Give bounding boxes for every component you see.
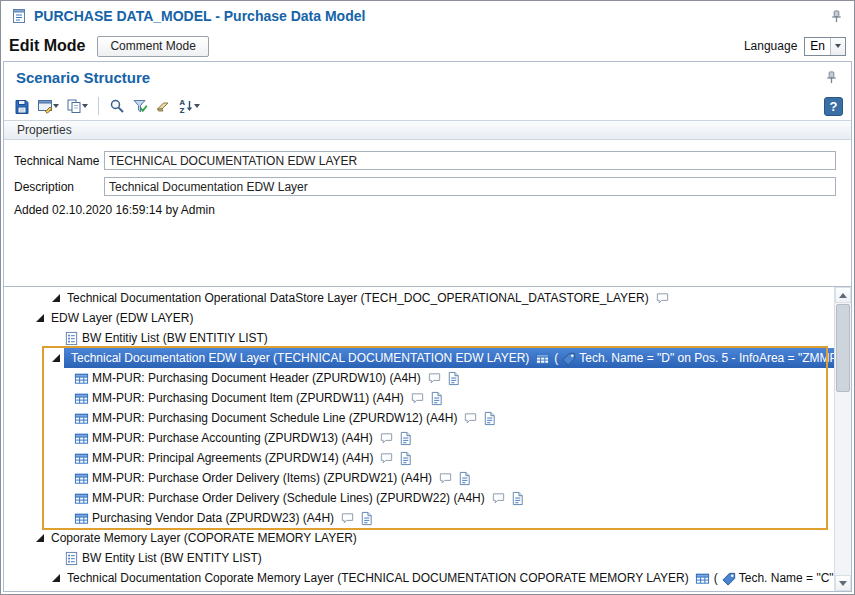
comment-icon[interactable] — [655, 291, 670, 306]
table-icon — [74, 471, 89, 486]
sort-button[interactable] — [176, 95, 202, 117]
annotation-text: Tech. Name = "D" on Pos. 5 - InfoArea = … — [579, 351, 834, 365]
edit-mode-label: Edit Mode — [9, 37, 85, 55]
tree-row[interactable]: MM-PUR: Purchasing Document Schedule Lin… — [4, 408, 834, 428]
comment-icon[interactable] — [438, 471, 453, 486]
scroll-track[interactable] — [835, 393, 851, 575]
expander-icon[interactable] — [32, 314, 48, 322]
tag-icon — [562, 351, 577, 366]
tree-item-label: MM-PUR: Purchasing Document Header (ZPUR… — [92, 371, 421, 385]
edit-form-icon — [37, 98, 53, 114]
tree-row[interactable]: Technical Documentation Coporate Memory … — [4, 568, 834, 588]
eraser-button[interactable] — [153, 95, 173, 117]
comment-icon[interactable] — [379, 451, 394, 466]
table-icon — [74, 591, 89, 592]
tree-row[interactable]: Technical Documentation Operational Data… — [4, 288, 834, 308]
tree-item-label: MM-PUR: Purchasing Document Item (ZPURDW… — [92, 391, 404, 405]
arrow-up-icon — [839, 293, 847, 298]
vertical-scrollbar[interactable] — [834, 287, 851, 591]
chevron-down-icon[interactable] — [82, 104, 88, 108]
document-icon[interactable] — [398, 431, 413, 446]
scroll-down-button[interactable] — [835, 575, 851, 591]
tree-row[interactable]: MM-PUR: Purchasing Document Item (ZPURDW… — [4, 388, 834, 408]
zoom-button[interactable] — [107, 95, 127, 117]
scenario-structure-panel: Scenario Structure ? Properties Technica… — [3, 61, 852, 592]
arrow-down-icon — [839, 581, 847, 586]
comment-icon[interactable] — [463, 411, 478, 426]
tree-row[interactable]: Coporate Memory Layer (COPORATE MEMORY L… — [4, 528, 834, 548]
tree-row[interactable]: MM-PUR: Principal Agreements (ZPURDW14) … — [4, 448, 834, 468]
tree-row[interactable]: BW Entitiy List (BW ENTITIY LIST) — [4, 328, 834, 348]
tree-row[interactable]: EDW Layer (EDW LAYER) — [4, 308, 834, 328]
copy-button[interactable] — [64, 95, 90, 117]
description-input[interactable] — [104, 177, 836, 196]
chevron-down-icon[interactable] — [194, 104, 200, 108]
edit-form-button[interactable] — [35, 95, 61, 117]
tag-icon — [722, 571, 737, 586]
expander-icon[interactable] — [48, 294, 64, 302]
tree-row[interactable]: MM-PUR: Purchase Order Delivery (Schedul… — [4, 488, 834, 508]
chevron-down-icon[interactable] — [53, 104, 59, 108]
language-select[interactable]: En — [804, 37, 846, 56]
comment-mode-button[interactable]: Comment Mode — [97, 36, 208, 57]
technical-name-input[interactable] — [104, 151, 836, 170]
document-icon[interactable] — [446, 371, 461, 386]
tree-row-selected[interactable]: Technical Documentation EDW Layer (TECHN… — [4, 348, 834, 368]
comment-icon[interactable] — [410, 391, 425, 406]
language-label: Language — [744, 39, 797, 53]
selection-highlight: Technical Documentation EDW Layer (TECHN… — [64, 348, 834, 368]
comment-icon[interactable] — [379, 431, 394, 446]
tree-row[interactable]: MM-PUR: Purchase Accounting (ZPURDW13) (… — [4, 428, 834, 448]
toolbar: ? — [4, 92, 851, 120]
sort-az-icon — [178, 98, 194, 114]
table-icon — [74, 391, 89, 406]
pin-icon[interactable] — [829, 9, 844, 24]
document-icon[interactable] — [429, 391, 444, 406]
filter-button[interactable] — [130, 95, 150, 117]
comment-icon[interactable] — [427, 371, 442, 386]
tree-row[interactable]: MM-PUR: Purchase Order Delivery (Items) … — [4, 468, 834, 488]
document-icon[interactable] — [359, 511, 374, 526]
comment-icon[interactable] — [340, 511, 355, 526]
tree-row[interactable]: Purchasing Vendor Data (ZPURDW23) (A4H) — [4, 508, 834, 528]
tree-item-label: Technical Documentation Operational Data… — [67, 291, 649, 305]
pin-icon[interactable] — [824, 70, 839, 85]
chevron-down-icon[interactable] — [830, 38, 845, 55]
tree-row[interactable]: MM-PUR: Purchasing Document Header (ZPUR… — [4, 368, 834, 388]
tree-item-label: BW Entitiy List (BW ENTITIY LIST) — [82, 331, 268, 345]
eraser-icon — [155, 98, 171, 114]
added-info: Added 02.10.2020 16:59:14 by Admin — [14, 203, 836, 217]
table-icon — [74, 451, 89, 466]
document-icon[interactable] — [510, 491, 525, 506]
document-icon[interactable] — [482, 411, 497, 426]
table-icon — [74, 431, 89, 446]
description-label: Description — [14, 180, 104, 194]
save-button[interactable] — [12, 95, 32, 117]
tree-row[interactable]: MM-PUR: Purchasing Document Header — [4, 588, 834, 591]
table-icon — [535, 351, 550, 366]
save-icon — [14, 98, 30, 114]
expander-icon[interactable] — [32, 534, 48, 542]
annotation-open-paren: ( — [554, 351, 558, 365]
tree-row[interactable]: BW Entity List (BW ENTITY LIST) — [4, 548, 834, 568]
toolbar-separator — [98, 97, 99, 115]
scenario-tree: Technical Documentation Operational Data… — [4, 287, 834, 591]
tree-item-label: MM-PUR: Purchasing Document Schedule Lin… — [92, 411, 457, 425]
tree-item-label: EDW Layer (EDW LAYER) — [51, 311, 193, 325]
mode-bar: Edit Mode Comment Mode Language En — [1, 31, 854, 61]
annotation-text: Tech. Name = "C" on Pos. 5 - InfoArea — [739, 571, 834, 585]
scroll-thumb[interactable] — [836, 304, 850, 392]
copy-icon — [66, 98, 82, 114]
tree-item-label: MM-PUR: Principal Agreements (ZPURDW14) … — [92, 451, 373, 465]
table-icon — [74, 371, 89, 386]
document-icon[interactable] — [398, 451, 413, 466]
scroll-up-button[interactable] — [835, 287, 851, 303]
tree-item-label: BW Entity List (BW ENTITY LIST) — [82, 551, 262, 565]
tree-item-label: MM-PUR: Purchase Order Delivery (Items) … — [92, 471, 432, 485]
expander-icon[interactable] — [48, 354, 64, 362]
titlebar: PURCHASE DATA_MODEL - Purchase Data Mode… — [1, 1, 854, 31]
document-icon[interactable] — [457, 471, 472, 486]
comment-icon[interactable] — [491, 491, 506, 506]
help-button[interactable]: ? — [824, 97, 843, 116]
expander-icon[interactable] — [48, 574, 64, 582]
